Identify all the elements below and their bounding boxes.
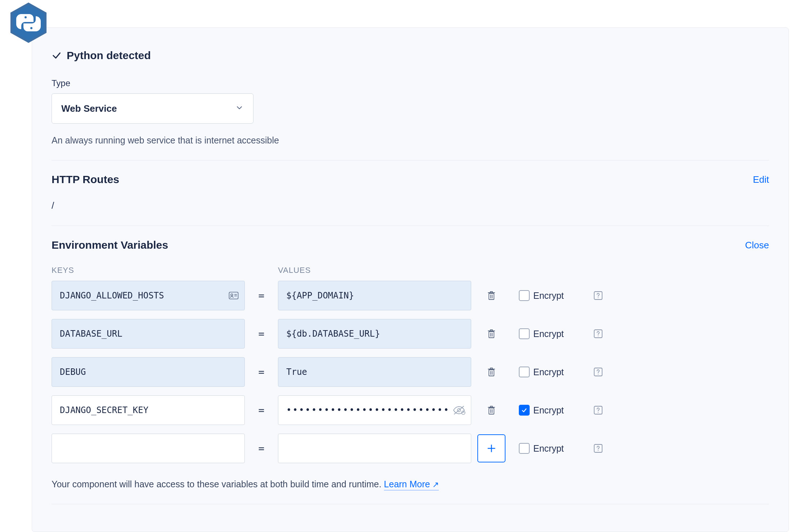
type-description: An always running web service that is in… (52, 135, 769, 146)
env-key-input[interactable] (52, 281, 245, 310)
encrypt-label: Encrypt (533, 367, 587, 377)
svg-point-3 (30, 27, 32, 29)
equals-sign: = (245, 290, 278, 302)
divider (52, 504, 769, 504)
svg-rect-4 (229, 292, 238, 299)
detected-label: Python detected (67, 49, 151, 62)
envvars-title: Environment Variables (52, 239, 168, 251)
env-footer-text: Your component will have access to these… (52, 479, 381, 489)
encrypt-checkbox[interactable] (519, 290, 530, 301)
env-learn-more-link[interactable]: Learn More↗ (384, 479, 439, 491)
equals-sign: = (245, 366, 278, 378)
encrypt-checkbox[interactable] (519, 443, 530, 454)
env-value-input[interactable] (278, 357, 471, 387)
equals-sign: = (245, 404, 278, 416)
env-col-values-label: VALUES (278, 266, 471, 275)
help-icon[interactable] (593, 444, 603, 453)
encrypt-label: Encrypt (533, 443, 587, 454)
env-key-input[interactable] (52, 434, 245, 463)
env-row: =Encrypt (52, 319, 769, 349)
trash-icon[interactable] (487, 329, 496, 339)
svg-point-22 (598, 412, 599, 413)
contact-card-icon (229, 292, 239, 300)
routes-edit-link[interactable]: Edit (753, 174, 769, 185)
env-key-input[interactable] (52, 319, 245, 349)
divider (52, 160, 769, 160)
svg-rect-14 (489, 370, 494, 376)
external-link-icon: ↗ (432, 480, 439, 489)
help-icon[interactable] (593, 367, 603, 377)
env-key-input[interactable] (52, 395, 245, 425)
trash-icon[interactable] (487, 367, 496, 377)
svg-rect-8 (489, 293, 494, 300)
svg-rect-20 (489, 408, 494, 414)
svg-point-13 (598, 336, 599, 336)
add-env-row-button[interactable] (477, 434, 505, 462)
trash-icon[interactable] (487, 291, 496, 301)
eye-off-icon[interactable] (452, 405, 466, 416)
encrypt-label: Encrypt (533, 329, 587, 339)
encrypt-checkbox[interactable] (519, 328, 530, 339)
svg-point-2 (25, 16, 27, 18)
check-icon (52, 50, 62, 61)
env-col-keys-label: KEYS (52, 266, 245, 275)
help-icon[interactable] (593, 291, 603, 300)
routes-title: HTTP Routes (52, 173, 119, 186)
chevron-down-icon (235, 103, 244, 114)
env-row: =Encrypt (52, 357, 769, 387)
env-value-input[interactable] (278, 281, 471, 310)
type-label: Type (52, 78, 769, 88)
encrypt-label: Encrypt (533, 291, 587, 301)
masked-value: •••••••••••••••••••••••••• (286, 405, 450, 415)
encrypt-checkbox[interactable] (519, 367, 530, 377)
python-hex-logo (10, 3, 47, 43)
type-select[interactable]: Web Service (52, 93, 253, 124)
type-select-value: Web Service (61, 103, 117, 114)
env-row: =Encrypt (52, 434, 769, 463)
equals-sign: = (245, 328, 278, 340)
env-value-input[interactable] (278, 434, 471, 463)
env-row: =••••••••••••••••••••••••••Encrypt (52, 395, 769, 425)
route-path: / (52, 200, 769, 211)
help-icon[interactable] (593, 329, 603, 338)
help-icon[interactable] (593, 405, 603, 415)
svg-point-10 (598, 297, 599, 298)
encrypt-label: Encrypt (533, 405, 587, 416)
env-footer-note: Your component will have access to these… (52, 479, 769, 489)
app-config-panel: Python detected Type Web Service An alwa… (32, 27, 789, 532)
env-row: =Encrypt (52, 281, 769, 310)
svg-rect-11 (489, 332, 494, 338)
divider (52, 226, 769, 226)
svg-point-26 (598, 450, 599, 451)
encrypt-checkbox[interactable] (519, 405, 530, 416)
envvars-close-link[interactable]: Close (745, 240, 769, 251)
svg-point-5 (231, 294, 233, 296)
trash-icon[interactable] (487, 405, 496, 415)
env-value-input[interactable] (278, 319, 471, 349)
equals-sign: = (245, 443, 278, 455)
svg-point-16 (598, 374, 599, 374)
env-value-input[interactable]: •••••••••••••••••••••••••• (278, 395, 471, 425)
env-key-input[interactable] (52, 357, 245, 387)
